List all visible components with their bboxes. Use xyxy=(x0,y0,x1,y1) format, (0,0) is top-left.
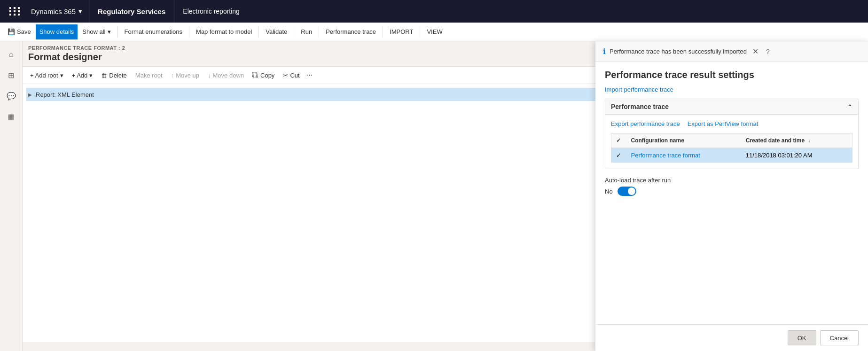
dynamics365-nav[interactable]: Dynamics 365 ▾ xyxy=(24,0,89,23)
dialog-footer: OK Cancel xyxy=(595,324,868,351)
dialog-overlay: ℹ Performance trace has been successfull… xyxy=(595,41,868,351)
view-button[interactable]: VIEW xyxy=(423,24,446,39)
toolbar-sep-7 xyxy=(420,26,420,38)
performance-trace-button[interactable]: Performance trace xyxy=(322,24,380,39)
cut-icon: ✂ xyxy=(283,72,288,79)
format-enumerations-button[interactable]: Format enumerations xyxy=(121,24,187,39)
auto-load-value: No xyxy=(605,188,613,195)
export-perfview-button[interactable]: Export as PerfView format xyxy=(688,120,759,127)
home-icon[interactable]: ⌂ xyxy=(2,45,21,64)
show-all-button[interactable]: Show all ▾ xyxy=(78,24,114,39)
move-down-button: ↓ Move down xyxy=(204,69,248,82)
row-check-cell: ✓ xyxy=(611,148,626,163)
show-all-dropdown-icon: ▾ xyxy=(108,28,111,35)
auto-load-toggle-slider xyxy=(618,187,636,196)
dialog-title: Performance trace result settings xyxy=(595,62,868,84)
auto-load-row: No xyxy=(605,187,859,196)
add-root-dropdown-icon: ▾ xyxy=(60,72,63,79)
dialog-close-button[interactable]: ✕ xyxy=(751,45,760,58)
tree-node-label: Report: XML Element xyxy=(36,91,94,98)
delete-icon: 🗑 xyxy=(101,72,107,79)
run-button[interactable]: Run xyxy=(297,24,316,39)
main-area: ⌂ ⊞ 💬 ▦ PERFORMANCE TRACE FORMAT : 2 For… xyxy=(0,41,868,351)
dynamics-dropdown-icon: ▾ xyxy=(78,7,82,16)
help-icon[interactable]: ? xyxy=(766,48,770,55)
perf-section-title: Performance trace xyxy=(611,103,669,110)
auto-load-section: Auto-load trace after run No xyxy=(595,169,868,203)
toolbar-sep-2 xyxy=(189,26,189,38)
toolbar-sep-1 xyxy=(117,26,118,38)
save-icon: 💾 xyxy=(8,28,15,35)
add-root-button[interactable]: + Add root ▾ xyxy=(26,69,67,82)
waffle-button[interactable] xyxy=(6,2,24,21)
move-up-button: ↑ Move up xyxy=(167,69,203,82)
top-nav: Dynamics 365 ▾ Regulatory Services Elect… xyxy=(0,0,868,23)
add-dropdown-icon: ▾ xyxy=(89,72,93,79)
make-root-button: Make root xyxy=(132,69,166,82)
toolbar-sep-4 xyxy=(294,26,294,38)
info-icon: ℹ xyxy=(603,47,606,56)
cancel-button[interactable]: Cancel xyxy=(820,330,859,345)
move-down-icon: ↓ xyxy=(208,72,211,79)
perf-actions: Export performance trace Export as PerfV… xyxy=(611,120,852,127)
tree-expand-icon: ▶ xyxy=(28,92,36,97)
toolbar-sep-5 xyxy=(319,26,319,38)
copy-button[interactable]: ⿻ Copy xyxy=(249,69,278,82)
more-options-button[interactable]: ··· xyxy=(305,71,314,79)
auto-load-toggle[interactable] xyxy=(618,187,636,196)
table-row[interactable]: ✓ Performance trace format 11/18/2018 03… xyxy=(611,148,852,163)
regulatory-services-label: Regulatory Services xyxy=(98,8,165,16)
electronic-reporting-label: Electronic reporting xyxy=(183,8,240,15)
config-name-header[interactable]: Configuration name xyxy=(626,133,741,148)
main-toolbar: 💾 Save Show details Show all ▾ Format en… xyxy=(0,23,868,41)
show-details-button[interactable]: Show details xyxy=(36,24,78,39)
chat-icon[interactable]: 💬 xyxy=(2,86,21,105)
sort-arrow-icon: ↓ xyxy=(808,138,811,143)
electronic-reporting-nav[interactable]: Electronic reporting xyxy=(174,0,248,23)
success-message: Performance trace has been successfully … xyxy=(610,48,747,55)
save-button[interactable]: 💾 Save xyxy=(4,24,35,39)
add-button[interactable]: + Add ▾ xyxy=(68,69,97,82)
auto-load-label: Auto-load trace after run xyxy=(605,177,859,184)
notification-bar: ℹ Performance trace has been successfull… xyxy=(595,41,868,62)
map-format-button[interactable]: Map format to model xyxy=(192,24,256,39)
toolbar-sep-6 xyxy=(383,26,383,38)
dynamics365-label: Dynamics 365 xyxy=(31,8,76,16)
perf-section-collapse-icon: ⌃ xyxy=(847,103,852,110)
filter-icon[interactable]: ⊞ xyxy=(2,66,21,85)
performance-trace-table: ✓ Configuration name Created date and ti… xyxy=(611,133,852,163)
import-button[interactable]: IMPORT xyxy=(386,24,417,39)
validate-button[interactable]: Validate xyxy=(262,24,291,39)
created-date-cell: 11/18/2018 03:01:20 AM xyxy=(741,148,852,163)
ok-button[interactable]: OK xyxy=(788,330,816,345)
delete-button[interactable]: 🗑 Delete xyxy=(97,69,131,82)
config-name-cell[interactable]: Performance trace format xyxy=(626,148,741,163)
cut-button[interactable]: ✂ Cut xyxy=(279,69,303,82)
toolbar-sep-3 xyxy=(258,26,259,38)
perf-section-content: Export performance trace Export as PerfV… xyxy=(605,115,858,169)
copy-icon: ⿻ xyxy=(252,72,258,79)
created-date-header[interactable]: Created date and time ↓ xyxy=(741,133,852,148)
import-performance-trace-link[interactable]: Import performance trace xyxy=(605,86,673,93)
regulatory-services-nav[interactable]: Regulatory Services xyxy=(89,0,174,23)
perf-section-header[interactable]: Performance trace ⌃ xyxy=(605,99,858,115)
grid-icon[interactable]: ▦ xyxy=(2,107,21,126)
import-link-container: Import performance trace xyxy=(595,84,868,99)
export-performance-trace-button[interactable]: Export performance trace xyxy=(611,120,680,127)
move-up-icon: ↑ xyxy=(171,72,174,79)
performance-trace-section: Performance trace ⌃ Export performance t… xyxy=(605,99,859,169)
table-check-col-header: ✓ xyxy=(611,133,626,148)
sidebar-left: ⌂ ⊞ 💬 ▦ xyxy=(0,41,23,351)
